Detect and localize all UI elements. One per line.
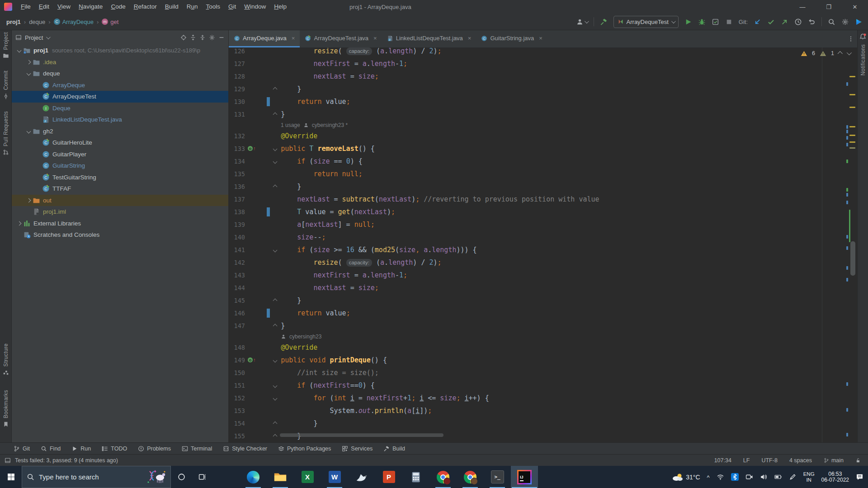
stripe-tab-bookmarks[interactable]: Bookmarks	[3, 390, 9, 427]
taskbar-word-icon[interactable]: W	[321, 466, 348, 488]
status-4-spaces[interactable]: 4 spaces	[789, 457, 812, 464]
bluetooth-icon[interactable]	[731, 473, 739, 481]
horizontal-scrollbar[interactable]	[280, 433, 443, 437]
debug-button[interactable]	[698, 18, 706, 26]
collapse-all-button[interactable]	[199, 34, 206, 41]
status-unlock[interactable]	[855, 458, 861, 463]
taskbar-powerpoint-icon[interactable]: P	[375, 466, 402, 488]
toolwindow-build[interactable]: Build	[383, 446, 405, 452]
inspections-widget[interactable]: 6 1	[801, 50, 850, 56]
task-view-button[interactable]	[192, 466, 212, 488]
status-main[interactable]: main	[824, 457, 844, 464]
tree-chevron-icon[interactable]	[15, 49, 23, 52]
tree-item-gh2[interactable]: gh2	[12, 126, 228, 137]
toolwindow-find[interactable]: Find	[41, 446, 61, 452]
tree-item-testguitarstring[interactable]: CTestGuitarString	[12, 172, 228, 183]
toolwindow-python-packages[interactable]: Python Packages	[278, 446, 331, 452]
tree-item-guitarplayer[interactable]: CGuitarPlayer	[12, 149, 228, 160]
menu-view[interactable]: View	[53, 3, 75, 10]
status-utf-8[interactable]: UTF-8	[761, 457, 777, 464]
clock[interactable]: 06:5306-07-2022	[821, 471, 849, 483]
taskbar-calculator-icon[interactable]	[402, 466, 429, 488]
run-button[interactable]	[684, 18, 692, 26]
tool-window-toggle-icon[interactable]	[5, 457, 11, 464]
breadcrumb-deque[interactable]: deque	[29, 19, 45, 25]
taskbar-chrome-2-icon[interactable]	[457, 466, 484, 488]
breadcrumb-proj1[interactable]: proj1	[6, 19, 21, 25]
search-highlights-art[interactable]	[146, 469, 166, 485]
tree-item-linkedlistdequetest-java[interactable]: JLinkedListDequeTest.java	[12, 114, 228, 126]
git-push-button[interactable]	[781, 18, 788, 26]
tree-item-proj1-iml[interactable]: proj1.iml	[12, 206, 228, 218]
tree-item-guitarherolite[interactable]: CGuitarHeroLite	[12, 137, 228, 149]
code-editor[interactable]: 126 resize( capacity: (a.length) / 2);12…	[229, 47, 858, 443]
close-button[interactable]: ✕	[852, 4, 858, 10]
toolwindow-run[interactable]: Run	[71, 446, 91, 452]
stripe-tab-project[interactable]: Project	[3, 32, 9, 59]
taskbar-search-box[interactable]: Type here to search	[22, 466, 171, 488]
tree-item-deque[interactable]: deque	[12, 68, 228, 80]
history-button[interactable]	[794, 18, 802, 26]
run-configuration-select[interactable]: ArrayDequeTest	[613, 16, 679, 28]
tree-item-ttfaf[interactable]: CTTFAF	[12, 183, 228, 195]
action-center-icon[interactable]	[856, 473, 863, 481]
taskbar-chrome-1-icon[interactable]	[429, 466, 457, 488]
taskbar-bluej-icon[interactable]	[348, 466, 375, 488]
maximize-button[interactable]: ❐	[826, 4, 832, 10]
pen-icon[interactable]	[789, 473, 797, 481]
start-button[interactable]	[0, 466, 22, 488]
toolwindow-problems[interactable]: Problems	[138, 446, 171, 452]
notifications-bell-icon[interactable]	[859, 33, 867, 41]
tree-item-external-libraries[interactable]: External Libraries	[12, 218, 228, 230]
tab-close-icon[interactable]: ×	[468, 35, 472, 42]
tree-item-out[interactable]: out	[12, 195, 228, 206]
tree-item-proj1[interactable]: proj1sources root, C:\Users\pavit\Deskto…	[12, 45, 228, 56]
taskbar-edge-icon[interactable]	[240, 466, 267, 488]
tab-close-icon[interactable]: ×	[539, 35, 542, 42]
tab-close-icon[interactable]: ×	[292, 35, 295, 42]
toolwindow-style-checker[interactable]: Style Checker	[223, 446, 267, 452]
taskbar-intellij-icon[interactable]: IJ	[511, 466, 538, 488]
tree-chevron-icon[interactable]	[15, 222, 23, 225]
project-panel-title[interactable]: Project	[25, 34, 43, 41]
vertical-scrollbar[interactable]	[850, 241, 855, 276]
status-107-34[interactable]: 107:34	[714, 457, 731, 464]
tree-chevron-icon[interactable]	[25, 130, 33, 133]
weather-widget[interactable]: 31°C	[672, 473, 700, 482]
menu-window[interactable]: Window	[240, 3, 270, 10]
menu-build[interactable]: Build	[161, 3, 183, 10]
meet-now-icon[interactable]	[745, 473, 753, 481]
taskbar-excel-icon[interactable]: X	[294, 466, 321, 488]
rollback-button[interactable]	[808, 18, 816, 26]
toolwindow-services[interactable]: Services	[342, 446, 373, 452]
stop-button[interactable]	[725, 18, 733, 26]
status-lf[interactable]: LF	[743, 457, 750, 464]
notifications-tab[interactable]: Notifications	[860, 44, 866, 75]
minimize-button[interactable]: —	[799, 4, 806, 10]
test-status-text[interactable]: Tests failed: 3, passed: 9 (4 minutes ag…	[15, 457, 118, 464]
usages-hint[interactable]: 1 usage	[281, 122, 300, 128]
toolwindow-todo[interactable]: TODO	[102, 446, 127, 452]
menu-edit[interactable]: Edit	[35, 3, 53, 10]
git-commit-button[interactable]	[767, 18, 775, 26]
git-update-button[interactable]	[754, 18, 761, 26]
breadcrumb-ArrayDeque[interactable]: CArrayDeque	[54, 19, 94, 25]
menu-code[interactable]: Code	[107, 3, 129, 10]
hide-panel-button[interactable]	[218, 34, 225, 41]
battery-icon[interactable]	[774, 473, 782, 481]
tab-close-icon[interactable]: ×	[373, 35, 377, 42]
toolwindow-git[interactable]: Git	[14, 446, 30, 452]
menu-help[interactable]: Help	[270, 3, 291, 10]
taskbar-terminal-icon[interactable]: >_	[484, 466, 511, 488]
overrides-method-icon[interactable]: o↑	[248, 146, 256, 151]
stripe-tab-commit[interactable]: Commit	[3, 70, 9, 99]
tree-item-guitarstring[interactable]: CGuitarString	[12, 160, 228, 172]
menu-file[interactable]: File	[17, 3, 35, 10]
menu-refactor[interactable]: Refactor	[130, 3, 161, 10]
search-everywhere-button[interactable]	[828, 18, 835, 26]
select-opened-file-button[interactable]	[180, 34, 187, 41]
tree-chevron-icon[interactable]	[25, 199, 33, 202]
cortana-button[interactable]	[171, 466, 192, 488]
menu-run[interactable]: Run	[183, 3, 202, 10]
taskbar-explorer-icon[interactable]	[267, 466, 294, 488]
